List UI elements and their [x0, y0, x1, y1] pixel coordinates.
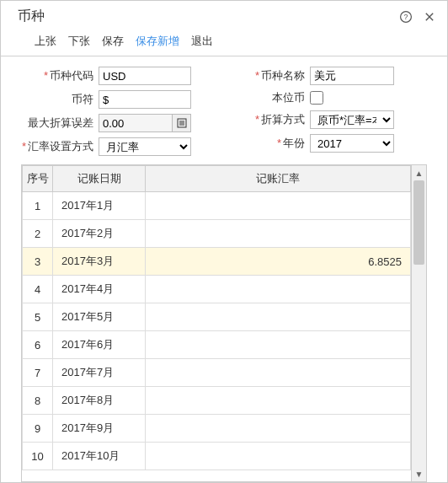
table-header-row: 序号 记账日期 记账汇率 — [23, 166, 411, 192]
cell-seq: 2 — [23, 220, 53, 248]
save-new-button[interactable]: 保存新增 — [136, 34, 179, 49]
prev-button[interactable]: 上张 — [35, 34, 56, 49]
cell-date: 2017年10月 — [53, 443, 146, 470]
calc-label: *折算方式 — [232, 112, 305, 127]
currency-dialog: 币种 ? 上张 下张 保存 保存新增 退出 *币种代码 币符 — [0, 0, 448, 483]
row-name: *币种名称 — [232, 67, 427, 85]
cell-seq: 1 — [23, 192, 53, 220]
cell-rate[interactable] — [146, 359, 411, 387]
exit-button[interactable]: 退出 — [191, 34, 213, 49]
base-checkbox[interactable] — [310, 91, 323, 105]
dialog-title: 币种 — [18, 8, 45, 25]
symbol-input[interactable] — [99, 90, 191, 109]
table-row[interactable]: 42017年4月 — [23, 276, 411, 303]
cell-date: 2017年6月 — [53, 331, 146, 359]
row-symbol: 币符 — [21, 90, 216, 109]
row-calc: *折算方式 原币*汇率=本位币 — [232, 110, 427, 129]
close-icon[interactable] — [422, 9, 437, 24]
form-col-left: *币种代码 币符 最大折算误差 *汇率设置方式 月汇率 — [21, 67, 216, 156]
cell-seq: 4 — [23, 276, 53, 303]
cell-rate[interactable] — [146, 303, 411, 331]
max-err-label: 最大折算误差 — [21, 115, 93, 131]
table-row[interactable]: 92017年9月 — [23, 415, 411, 443]
symbol-label: 币符 — [21, 92, 93, 107]
table-row[interactable]: 62017年6月 — [23, 331, 411, 359]
col-seq: 序号 — [23, 166, 53, 192]
form-col-right: *币种名称 本位币 *折算方式 原币*汇率=本位币 *年份 2017 — [232, 67, 427, 156]
table-row[interactable]: 102017年10月 — [23, 443, 411, 470]
cell-date: 2017年3月 — [53, 248, 146, 276]
svg-text:?: ? — [404, 13, 408, 21]
scrollbar-track[interactable] — [412, 180, 426, 466]
cell-date: 2017年7月 — [53, 359, 146, 387]
row-year: *年份 2017 — [232, 134, 427, 153]
dialog-header-icons: ? — [398, 9, 437, 24]
toolbar: 上张 下张 保存 保存新增 退出 — [1, 29, 447, 56]
cell-rate[interactable] — [146, 443, 411, 470]
rate-table-wrap: 序号 记账日期 记账汇率 12017年1月22017年2月32017年3月6.8… — [21, 164, 427, 482]
form-area: *币种代码 币符 最大折算误差 *汇率设置方式 月汇率 — [1, 56, 447, 163]
code-input[interactable] — [99, 67, 191, 85]
row-base: 本位币 — [232, 90, 427, 105]
table-row[interactable]: 12017年1月 — [23, 192, 411, 220]
cell-date: 2017年9月 — [53, 415, 146, 443]
cell-rate[interactable]: 6.8525 — [146, 248, 411, 276]
code-label: *币种代码 — [21, 68, 93, 83]
year-select[interactable]: 2017 — [310, 134, 394, 153]
table-row[interactable]: 72017年7月 — [23, 359, 411, 387]
name-label: *币种名称 — [232, 68, 305, 83]
table-row[interactable]: 82017年8月 — [23, 387, 411, 415]
rate-table: 序号 记账日期 记账汇率 12017年1月22017年2月32017年3月6.8… — [22, 165, 411, 470]
year-label: *年份 — [232, 136, 305, 151]
table-row[interactable]: 22017年2月 — [23, 220, 411, 248]
cell-date: 2017年5月 — [53, 303, 146, 331]
row-max-err: 最大折算误差 — [21, 114, 216, 132]
cell-rate[interactable] — [146, 276, 411, 303]
dialog-header: 币种 ? — [1, 1, 447, 29]
cell-seq: 3 — [23, 248, 53, 276]
calc-select[interactable]: 原币*汇率=本位币 — [310, 110, 394, 129]
rate-mode-select[interactable]: 月汇率 — [99, 137, 191, 156]
row-code: *币种代码 — [21, 67, 216, 85]
calculator-icon[interactable] — [173, 114, 191, 132]
cell-rate[interactable] — [146, 192, 411, 220]
max-err-spinner — [99, 114, 191, 132]
name-input[interactable] — [310, 67, 394, 85]
row-rate-mode: *汇率设置方式 月汇率 — [21, 137, 216, 156]
table-body: 12017年1月22017年2月32017年3月6.852542017年4月52… — [23, 192, 411, 470]
col-rate: 记账汇率 — [146, 166, 411, 192]
cell-seq: 10 — [23, 443, 53, 470]
table-row[interactable]: 52017年5月 — [23, 303, 411, 331]
cell-seq: 8 — [23, 387, 53, 415]
col-date: 记账日期 — [53, 166, 146, 192]
save-button[interactable]: 保存 — [102, 34, 124, 49]
scroll-down-icon[interactable]: ▼ — [412, 466, 426, 481]
cell-seq: 7 — [23, 359, 53, 387]
max-err-input[interactable] — [99, 114, 173, 132]
cell-rate[interactable] — [146, 387, 411, 415]
cell-rate[interactable] — [146, 415, 411, 443]
base-label: 本位币 — [232, 90, 305, 105]
cell-rate[interactable] — [146, 220, 411, 248]
rate-mode-label: *汇率设置方式 — [21, 139, 93, 154]
scrollbar-thumb[interactable] — [413, 180, 424, 265]
cell-seq: 6 — [23, 331, 53, 359]
scroll-up-icon[interactable]: ▲ — [412, 165, 426, 180]
cell-date: 2017年4月 — [53, 276, 146, 303]
cell-date: 2017年8月 — [53, 387, 146, 415]
table-row[interactable]: 32017年3月6.8525 — [23, 248, 411, 276]
next-button[interactable]: 下张 — [68, 34, 90, 49]
cell-date: 2017年2月 — [53, 220, 146, 248]
cell-date: 2017年1月 — [53, 192, 146, 220]
cell-seq: 5 — [23, 303, 53, 331]
help-icon[interactable]: ? — [398, 9, 413, 24]
rate-table-scroll: 序号 记账日期 记账汇率 12017年1月22017年2月32017年3月6.8… — [21, 164, 412, 482]
cell-rate[interactable] — [146, 331, 411, 359]
cell-seq: 9 — [23, 415, 53, 443]
vertical-scrollbar[interactable]: ▲ ▼ — [412, 164, 427, 482]
